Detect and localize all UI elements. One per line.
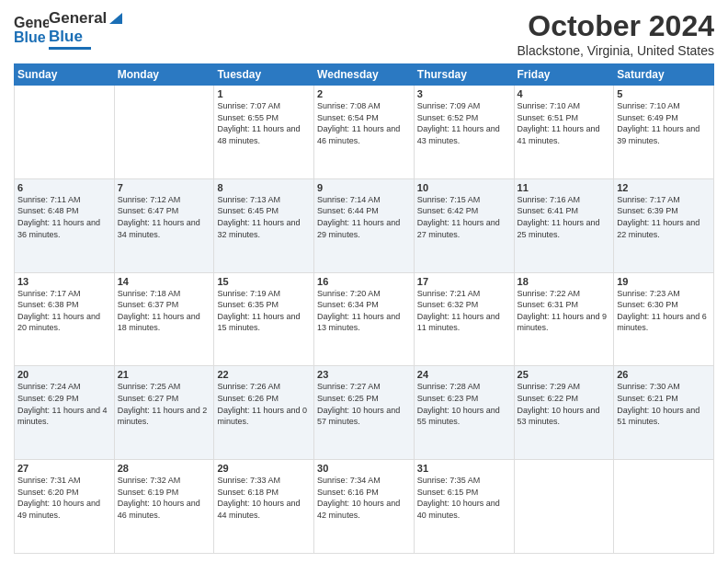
table-row: 20Sunrise: 7:24 AMSunset: 6:29 PMDayligh… — [15, 366, 115, 460]
table-row: 18Sunrise: 7:22 AMSunset: 6:31 PMDayligh… — [514, 272, 614, 366]
day-info: Sunrise: 7:17 AMSunset: 6:39 PMDaylight:… — [617, 194, 711, 240]
day-info: Sunrise: 7:30 AMSunset: 6:21 PMDaylight:… — [617, 381, 711, 427]
col-thursday: Thursday — [414, 64, 514, 86]
col-wednesday: Wednesday — [314, 64, 415, 86]
table-row — [614, 460, 714, 554]
day-number: 15 — [217, 276, 311, 287]
col-sunday: Sunday — [15, 64, 115, 86]
logo-underline — [49, 47, 91, 50]
week-row-5: 27Sunrise: 7:31 AMSunset: 6:20 PMDayligh… — [15, 460, 714, 554]
table-row — [114, 86, 214, 179]
day-number: 18 — [518, 276, 611, 287]
table-row: 23Sunrise: 7:27 AMSunset: 6:25 PMDayligh… — [314, 366, 415, 460]
table-row: 21Sunrise: 7:25 AMSunset: 6:27 PMDayligh… — [114, 366, 214, 460]
logo-triangle-icon — [108, 9, 124, 26]
table-row: 8Sunrise: 7:13 AMSunset: 6:45 PMDaylight… — [214, 178, 314, 272]
table-row: 31Sunrise: 7:35 AMSunset: 6:15 PMDayligh… — [414, 460, 514, 554]
day-number: 19 — [617, 276, 711, 287]
logo: General Blue — [14, 9, 49, 48]
day-number: 10 — [417, 182, 511, 193]
day-number: 8 — [217, 182, 311, 193]
day-info: Sunrise: 7:28 AMSunset: 6:23 PMDaylight:… — [417, 381, 511, 427]
table-row: 3Sunrise: 7:09 AMSunset: 6:52 PMDaylight… — [414, 86, 514, 179]
calendar-title: October 2024 — [517, 9, 714, 43]
day-info: Sunrise: 7:12 AMSunset: 6:47 PMDaylight:… — [118, 194, 211, 240]
table-row: 12Sunrise: 7:17 AMSunset: 6:39 PMDayligh… — [614, 178, 714, 272]
day-info: Sunrise: 7:33 AMSunset: 6:18 PMDaylight:… — [217, 475, 311, 521]
day-info: Sunrise: 7:34 AMSunset: 6:16 PMDaylight:… — [317, 475, 411, 521]
day-info: Sunrise: 7:22 AMSunset: 6:31 PMDaylight:… — [518, 288, 611, 334]
day-number: 26 — [617, 369, 711, 380]
table-row: 4Sunrise: 7:10 AMSunset: 6:51 PMDaylight… — [514, 86, 614, 179]
table-row: 2Sunrise: 7:08 AMSunset: 6:54 PMDaylight… — [314, 86, 415, 179]
day-info: Sunrise: 7:18 AMSunset: 6:37 PMDaylight:… — [118, 288, 211, 334]
day-number: 22 — [217, 369, 311, 380]
table-row: 27Sunrise: 7:31 AMSunset: 6:20 PMDayligh… — [15, 460, 115, 554]
week-row-1: 1Sunrise: 7:07 AMSunset: 6:55 PMDaylight… — [15, 86, 714, 179]
day-info: Sunrise: 7:19 AMSunset: 6:35 PMDaylight:… — [217, 288, 311, 334]
table-row: 1Sunrise: 7:07 AMSunset: 6:55 PMDaylight… — [214, 86, 314, 179]
title-block: October 2024 Blackstone, Virginia, Unite… — [517, 9, 714, 58]
day-info: Sunrise: 7:07 AMSunset: 6:55 PMDaylight:… — [217, 100, 311, 146]
day-info: Sunrise: 7:35 AMSunset: 6:15 PMDaylight:… — [417, 475, 511, 521]
week-row-4: 20Sunrise: 7:24 AMSunset: 6:29 PMDayligh… — [15, 366, 714, 460]
col-tuesday: Tuesday — [214, 64, 314, 86]
day-number: 4 — [518, 88, 611, 99]
table-row: 7Sunrise: 7:12 AMSunset: 6:47 PMDaylight… — [114, 178, 214, 272]
logo-general: General — [49, 9, 107, 28]
day-info: Sunrise: 7:10 AMSunset: 6:51 PMDaylight:… — [518, 100, 611, 146]
table-row: 19Sunrise: 7:23 AMSunset: 6:30 PMDayligh… — [614, 272, 714, 366]
table-row: 24Sunrise: 7:28 AMSunset: 6:23 PMDayligh… — [414, 366, 514, 460]
table-row: 30Sunrise: 7:34 AMSunset: 6:16 PMDayligh… — [314, 460, 415, 554]
day-number: 24 — [417, 369, 511, 380]
day-number: 9 — [317, 182, 411, 193]
table-row — [514, 460, 614, 554]
day-number: 1 — [217, 88, 311, 99]
day-number: 12 — [617, 182, 711, 193]
day-number: 17 — [417, 276, 511, 287]
day-number: 21 — [118, 369, 211, 380]
page: General Blue General Blue October 2024 B… — [0, 0, 728, 563]
logo-blue: Blue — [49, 28, 83, 46]
table-row: 9Sunrise: 7:14 AMSunset: 6:44 PMDaylight… — [314, 178, 415, 272]
day-number: 11 — [518, 182, 611, 193]
table-row: 10Sunrise: 7:15 AMSunset: 6:42 PMDayligh… — [414, 178, 514, 272]
day-number: 31 — [417, 463, 511, 474]
table-row: 5Sunrise: 7:10 AMSunset: 6:49 PMDaylight… — [614, 86, 714, 179]
table-row: 11Sunrise: 7:16 AMSunset: 6:41 PMDayligh… — [514, 178, 614, 272]
calendar-table: Sunday Monday Tuesday Wednesday Thursday… — [14, 63, 714, 554]
logo-text-block: General Blue — [49, 9, 124, 50]
logo-icon-wrapper: General Blue — [14, 9, 49, 48]
day-info: Sunrise: 7:24 AMSunset: 6:29 PMDaylight:… — [17, 381, 111, 427]
day-info: Sunrise: 7:13 AMSunset: 6:45 PMDaylight:… — [217, 194, 311, 240]
week-row-3: 13Sunrise: 7:17 AMSunset: 6:38 PMDayligh… — [15, 272, 714, 366]
day-info: Sunrise: 7:14 AMSunset: 6:44 PMDaylight:… — [317, 194, 411, 240]
day-info: Sunrise: 7:20 AMSunset: 6:34 PMDaylight:… — [317, 288, 411, 334]
day-number: 23 — [317, 369, 411, 380]
day-info: Sunrise: 7:26 AMSunset: 6:26 PMDaylight:… — [217, 381, 311, 427]
day-number: 14 — [118, 276, 211, 287]
day-info: Sunrise: 7:10 AMSunset: 6:49 PMDaylight:… — [617, 100, 711, 146]
col-saturday: Saturday — [614, 64, 714, 86]
day-number: 2 — [317, 88, 411, 99]
table-row: 16Sunrise: 7:20 AMSunset: 6:34 PMDayligh… — [314, 272, 415, 366]
day-info: Sunrise: 7:16 AMSunset: 6:41 PMDaylight:… — [518, 194, 611, 240]
day-number: 13 — [17, 276, 111, 287]
table-row: 15Sunrise: 7:19 AMSunset: 6:35 PMDayligh… — [214, 272, 314, 366]
day-info: Sunrise: 7:27 AMSunset: 6:25 PMDaylight:… — [317, 381, 411, 427]
table-row — [15, 86, 115, 179]
svg-marker-2 — [109, 13, 122, 24]
day-number: 25 — [518, 369, 611, 380]
week-row-2: 6Sunrise: 7:11 AMSunset: 6:48 PMDaylight… — [15, 178, 714, 272]
table-row: 6Sunrise: 7:11 AMSunset: 6:48 PMDaylight… — [15, 178, 115, 272]
col-friday: Friday — [514, 64, 614, 86]
day-number: 6 — [17, 182, 111, 193]
day-info: Sunrise: 7:25 AMSunset: 6:27 PMDaylight:… — [118, 381, 211, 427]
table-row: 29Sunrise: 7:33 AMSunset: 6:18 PMDayligh… — [214, 460, 314, 554]
table-row: 25Sunrise: 7:29 AMSunset: 6:22 PMDayligh… — [514, 366, 614, 460]
header-row: Sunday Monday Tuesday Wednesday Thursday… — [15, 64, 714, 86]
day-number: 29 — [217, 463, 311, 474]
table-row: 26Sunrise: 7:30 AMSunset: 6:21 PMDayligh… — [614, 366, 714, 460]
day-number: 3 — [417, 88, 511, 99]
day-number: 20 — [17, 369, 111, 380]
